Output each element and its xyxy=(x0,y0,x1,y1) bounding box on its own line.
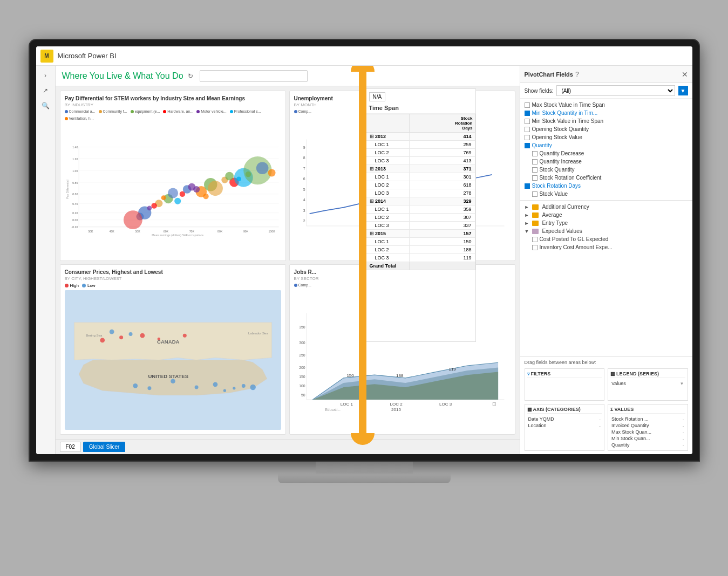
field-additional-currency: ► Additional Currency xyxy=(520,203,692,211)
field-checkbox-quantity[interactable] xyxy=(525,143,530,148)
expand-2013[interactable]: ⊞ xyxy=(370,166,374,172)
field-checkbox-qty-increase[interactable] xyxy=(532,159,538,164)
field-checkbox-stock-quantity[interactable] xyxy=(532,167,538,173)
field-checkbox-min-stock-qty[interactable] xyxy=(525,111,530,116)
field-checkbox-stock-rotation-coeff[interactable] xyxy=(532,175,538,181)
field-checkbox-stock-value[interactable] xyxy=(532,191,538,197)
remove-location-icon[interactable]: - xyxy=(599,423,601,428)
remove-values-icon[interactable]: ▼ xyxy=(680,381,684,386)
map-legend-low: Low xyxy=(82,283,96,288)
svg-point-89 xyxy=(133,383,138,388)
consumer-title: Consumer Prices, Highest and Lowest xyxy=(65,269,281,275)
field-qty-decrease: Quantity Decrease xyxy=(520,149,692,157)
remove-quantity-icon[interactable]: - xyxy=(683,443,684,448)
fields-list: Max Stock Value in Time Span Min Stock Q… xyxy=(520,99,692,356)
legend-series-header: ▦ LEGEND (SERIES) xyxy=(610,371,685,378)
expand-additional-icon[interactable]: ► xyxy=(525,204,529,210)
svg-text:7: 7 xyxy=(303,167,305,170)
table-row: LOC 2 307 xyxy=(366,214,475,222)
svg-text:119: 119 xyxy=(448,367,456,372)
tab-f02[interactable]: F02 xyxy=(60,442,81,452)
remove-stock-rotation-icon[interactable]: - xyxy=(683,417,684,422)
svg-point-42 xyxy=(208,181,223,196)
svg-point-43 xyxy=(225,172,234,181)
remove-invoiced-qty-icon[interactable]: - xyxy=(683,423,684,428)
map-display: CANADA UNITED STATES Bering Sea Labrador… xyxy=(65,290,281,430)
legend-item-4: Hardware, an... xyxy=(163,109,193,113)
monitor-screen: M Microsoft Power BI › ↗ 🔍 Where You Liv… xyxy=(36,46,692,454)
expand-2012[interactable]: ⊞ xyxy=(370,134,374,139)
folder-icon-additional xyxy=(532,204,539,210)
table-row: LOC 2 188 xyxy=(366,246,475,254)
field-checkbox-min-stock-value[interactable] xyxy=(525,119,530,124)
field-stock-rotation-coeff: Stock Rotation Coefficient xyxy=(520,174,692,182)
field-checkbox-opening-stock-qty[interactable] xyxy=(525,127,530,132)
expand-average-icon[interactable]: ► xyxy=(525,212,529,218)
axis-categories-area: ▦ AXIS (CATEGORIES) Date YQMD - Location… xyxy=(525,404,605,451)
svg-text:100K: 100K xyxy=(268,230,275,233)
svg-point-90 xyxy=(109,330,114,334)
close-icon[interactable]: ✕ xyxy=(682,70,688,79)
field-checkbox-max-stock-value[interactable] xyxy=(525,102,530,108)
page-title: Where You Live & What You Do xyxy=(62,71,183,81)
svg-text:350: 350 xyxy=(299,325,305,329)
field-checkbox-cost-posted[interactable] xyxy=(532,237,538,242)
pivotchart-fields-title: PivotChart Fields xyxy=(525,71,573,78)
axis-header: ▦ AXIS (CATEGORIES) xyxy=(527,407,602,414)
na-field[interactable]: N/A xyxy=(369,92,386,101)
table-row: ⊞ 2013 371 xyxy=(366,165,475,173)
expand-2015[interactable]: ⊞ xyxy=(370,231,374,236)
timespan-panel: N/A Time Span StockRotationDays xyxy=(365,88,476,342)
drag-item-quantity: Quantity - xyxy=(610,442,685,448)
remove-max-stock-icon[interactable]: - xyxy=(683,430,684,435)
table-row: ⊞ 2015 157 xyxy=(366,230,475,238)
help-icon[interactable]: ? xyxy=(575,71,579,78)
table-row: LOC 2 618 xyxy=(366,181,475,189)
field-checkbox-opening-stock-value[interactable] xyxy=(525,135,530,140)
svg-point-83 xyxy=(213,382,217,387)
tab-global-slicer[interactable]: Global Slicer xyxy=(83,442,126,452)
show-fields-row: Show fields: (All) ▼ xyxy=(520,83,692,99)
map-legend-high: High xyxy=(65,283,79,288)
remove-date-icon[interactable]: - xyxy=(599,417,601,422)
show-fields-arrow-icon[interactable]: ▼ xyxy=(678,86,688,95)
content-header: Where You Live & What You Do ↻ xyxy=(56,66,520,86)
table-row: ⊞ 2014 329 xyxy=(366,197,475,205)
remove-min-stock-icon[interactable]: - xyxy=(683,436,684,441)
pivotchart-fields-header: PivotChart Fields ? ✕ xyxy=(520,66,692,83)
consumer-panel: Consumer Prices, Highest and Lowest BY C… xyxy=(60,264,286,435)
svg-text:LOC 1: LOC 1 xyxy=(340,402,353,407)
expand-2014[interactable]: ⊞ xyxy=(370,198,374,204)
refresh-icon[interactable]: ↻ xyxy=(188,72,193,80)
scatter-panel: Pay Differential for STEM workers by Ind… xyxy=(60,91,286,261)
unemp-legend-label: Comp... xyxy=(298,109,312,113)
map-legend-low-label: Low xyxy=(87,283,96,288)
pivot-data-table: StockRotationDays ⊞ 2012 414 xyxy=(366,114,475,341)
drag-item-values: Values ▼ xyxy=(610,380,685,387)
svg-text:300: 300 xyxy=(299,341,305,345)
grand-total-label: Grand Total xyxy=(366,262,409,270)
field-checkbox-qty-decrease[interactable] xyxy=(532,151,538,156)
field-opening-stock-qty: Opening Stock Quantity xyxy=(520,125,692,133)
drag-item-min-stock-quan: Min Stock Quan... - xyxy=(610,435,685,442)
table-row: LOC 3 278 xyxy=(366,189,475,197)
svg-text:50: 50 xyxy=(301,393,305,397)
svg-text:9: 9 xyxy=(303,146,305,149)
svg-text:-0.20: -0.20 xyxy=(71,225,78,229)
field-checkbox-inventory-cost[interactable] xyxy=(532,245,538,250)
expand-entry-icon[interactable]: ► xyxy=(525,221,529,226)
sidebar-icon-arrow[interactable]: › xyxy=(40,70,51,81)
filters-header: ▿ FILTERS xyxy=(527,371,602,378)
svg-text:1.00: 1.00 xyxy=(72,169,78,173)
search-input[interactable] xyxy=(200,70,308,82)
field-checkbox-stock-rotation-days[interactable] xyxy=(525,183,530,189)
table-row: LOC 3 413 xyxy=(366,157,475,165)
expand-expected-icon[interactable]: ▼ xyxy=(525,229,529,234)
sidebar-icon-search[interactable]: 🔍 xyxy=(40,100,51,111)
show-fields-select[interactable]: (All) xyxy=(556,85,675,96)
grand-total-row: Grand Total xyxy=(366,262,475,270)
timeline-bar xyxy=(359,66,366,439)
sidebar-icon-external[interactable]: ↗ xyxy=(40,85,51,96)
unemp-legend-item: Comp... xyxy=(294,109,312,113)
svg-text:250: 250 xyxy=(299,353,305,357)
